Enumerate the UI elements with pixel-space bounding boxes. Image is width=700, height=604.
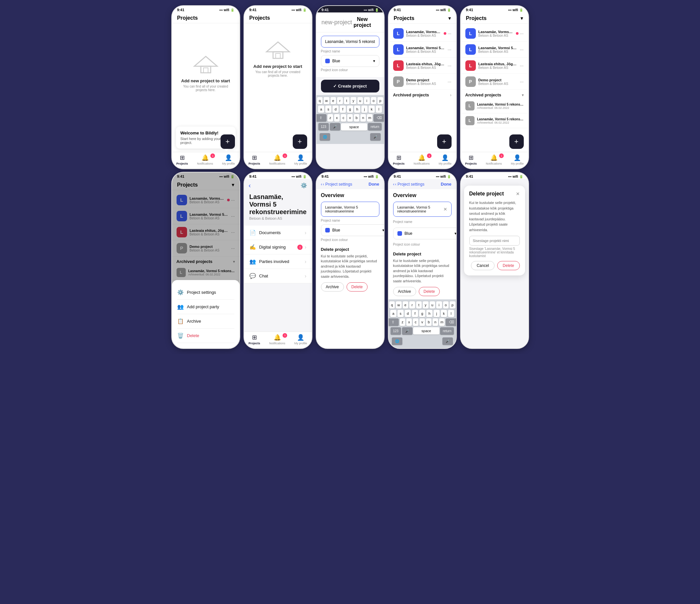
archive-btn-8[interactable]: Archive <box>321 282 344 291</box>
key-b[interactable]: b <box>354 114 359 122</box>
key-c[interactable]: c <box>341 114 346 122</box>
archive-btn-9[interactable]: Archive <box>393 287 416 296</box>
dot-menu-5-1[interactable]: ··· <box>520 47 524 52</box>
key9-s[interactable]: s <box>397 310 404 317</box>
key9-d[interactable]: d <box>405 310 411 317</box>
archived-section-header-4[interactable]: Archived projects › <box>389 90 456 99</box>
key9-e[interactable]: e <box>403 301 408 309</box>
nav-projects-4[interactable]: ⊞ Projects <box>393 154 405 165</box>
key-q[interactable]: q <box>317 97 323 104</box>
gear-btn-7[interactable]: ⚙️ <box>301 182 307 188</box>
key9-a[interactable]: a <box>390 310 396 317</box>
fab-btn-4[interactable]: + <box>437 134 452 149</box>
key9-j[interactable]: j <box>433 310 440 317</box>
menu-chat[interactable]: 💬 Chat › <box>244 269 312 283</box>
fab-btn-1[interactable]: + <box>221 134 235 149</box>
key9-123[interactable]: 123 <box>391 327 401 335</box>
key-g[interactable]: g <box>347 106 353 113</box>
dot-menu-5-3[interactable]: ··· <box>520 79 524 84</box>
key9-w[interactable]: w <box>396 301 402 309</box>
archived-item-5-0[interactable]: L Lasnamäe, Vormsi 5 rekonstrue... Arhiv… <box>461 99 528 113</box>
dialog-close-btn[interactable]: ✕ <box>516 191 520 196</box>
key9-v[interactable]: v <box>419 318 425 326</box>
nav-profile-1[interactable]: 👤 My profile <box>222 154 235 165</box>
back-btn-9[interactable]: ‹ ‹ Project settings <box>393 182 425 187</box>
key-s[interactable]: s <box>325 106 331 113</box>
key-globe[interactable]: 🌐 <box>320 133 330 141</box>
nav-profile-2[interactable]: 👤 My profile <box>294 154 307 165</box>
key9-z[interactable]: z <box>400 318 405 326</box>
key9-y[interactable]: y <box>423 301 429 309</box>
key-p[interactable]: p <box>377 97 383 104</box>
key9-p[interactable]: p <box>450 301 455 309</box>
key-r[interactable]: r <box>337 97 343 104</box>
dot-menu-5-2[interactable]: ··· <box>520 63 524 68</box>
create-project-btn[interactable]: ✓ Create project <box>321 80 379 93</box>
key9-mic[interactable]: 🎤 <box>402 327 412 335</box>
key9-q[interactable]: q <box>389 301 395 309</box>
clear-name-btn-9[interactable]: ✕ <box>443 207 447 212</box>
dot-menu-4-1[interactable]: ··· <box>448 47 452 52</box>
delete-btn-9[interactable]: Delete <box>419 287 440 296</box>
key9-g[interactable]: g <box>419 310 425 317</box>
sheet-archive[interactable]: 📋 Archive <box>177 314 234 329</box>
project-item-4-3[interactable]: P Demo project Betoon & Betoon AS ··· <box>389 74 456 90</box>
dot-menu-4-0[interactable]: ··· <box>448 31 452 36</box>
key-m[interactable]: m <box>367 114 373 122</box>
key9-o[interactable]: o <box>443 301 449 309</box>
project-item-5-3[interactable]: P Demo project Betoon & Betoon AS ··· <box>461 74 528 90</box>
key9-b[interactable]: b <box>426 318 431 326</box>
project-item-4-0[interactable]: L Lasnamäe, Vormsi 5 rekonst... Betoon &… <box>389 26 456 42</box>
menu-parties[interactable]: 👥 Parties involved › <box>244 255 312 269</box>
nav-notifications-1[interactable]: 🔔 1 Notifications <box>197 154 213 165</box>
settings-name-input-9[interactable]: Lasnamäe, Vormsi 5 rekonstrueerimine ✕ <box>393 202 452 217</box>
project-item-5-2[interactable]: L Lasteaia ehitus, Jõgeva Betoon & Betoo… <box>461 58 528 74</box>
key-e[interactable]: e <box>330 97 336 104</box>
key-delete[interactable]: ⌫ <box>373 114 384 122</box>
fab-btn-5[interactable]: + <box>509 134 524 149</box>
key-123[interactable]: 123 <box>318 123 329 131</box>
nav-projects-5[interactable]: ⊞ Projects <box>465 154 477 165</box>
dot-menu-4-2[interactable]: ··· <box>448 63 452 68</box>
key-h[interactable]: h <box>354 106 360 113</box>
key-o[interactable]: o <box>371 97 377 104</box>
delete-btn-8[interactable]: Delete <box>347 282 368 291</box>
key-n[interactable]: n <box>360 114 366 122</box>
key-a[interactable]: a <box>318 106 324 113</box>
key9-space[interactable]: space <box>413 327 440 335</box>
key9-m[interactable]: m <box>439 318 445 326</box>
archived-section-header-5[interactable]: Archived projects ▾ <box>461 90 528 99</box>
key-f[interactable]: f <box>340 106 346 113</box>
archived-item-5-1[interactable]: L Lasnamäe, Vormsi 5 rekonstrue... Arhiv… <box>461 113 528 128</box>
key-w[interactable]: w <box>324 97 329 104</box>
key9-u[interactable]: u <box>430 301 435 309</box>
key9-c[interactable]: c <box>413 318 419 326</box>
key-mic2[interactable]: 🎤 <box>370 133 381 141</box>
key9-n[interactable]: n <box>432 318 438 326</box>
settings-name-input[interactable]: Lasnamäe, Vormsi 5 rekonstrueerimine <box>321 202 379 217</box>
key-x[interactable]: x <box>334 114 340 122</box>
key-mic[interactable]: 🎤 <box>330 123 340 131</box>
key9-i[interactable]: i <box>436 301 442 309</box>
nav-notif-7[interactable]: 🔔 1 Notifications <box>269 334 285 345</box>
key-d[interactable]: d <box>332 106 339 113</box>
nav-notif-5[interactable]: 🔔 1 Notifications <box>486 154 502 165</box>
project-item-4-2[interactable]: L Lasteaia ehitus, Jõgeva Betoon & Betoo… <box>389 58 456 74</box>
key-space[interactable]: space <box>341 123 367 131</box>
sheet-delete[interactable]: 🗑️ Delete <box>177 329 234 343</box>
key9-l[interactable]: l <box>448 310 454 317</box>
key-u[interactable]: u <box>357 97 363 104</box>
key-i[interactable]: i <box>364 97 370 104</box>
dialog-cancel-btn[interactable]: Cancel <box>471 261 494 270</box>
modal-close-btn[interactable]: new-project <box>322 19 352 26</box>
key-z[interactable]: z <box>327 114 333 122</box>
project-item-4-1[interactable]: L Lasnamäe, Vormsi 5 rekonstrue... Betoo… <box>389 42 456 58</box>
done-btn-8[interactable]: Done <box>369 182 379 187</box>
nav-projects-2[interactable]: ⊞ Projects <box>248 154 260 165</box>
key9-mic2[interactable]: 🎤 <box>442 337 453 345</box>
key-l[interactable]: l <box>376 106 382 113</box>
sheet-add-party[interactable]: 👥 Add project party <box>177 300 234 314</box>
key-k[interactable]: k <box>369 106 375 113</box>
nav-notif-4[interactable]: 🔔 1 Notifications <box>414 154 430 165</box>
project-name-input[interactable] <box>321 36 379 48</box>
